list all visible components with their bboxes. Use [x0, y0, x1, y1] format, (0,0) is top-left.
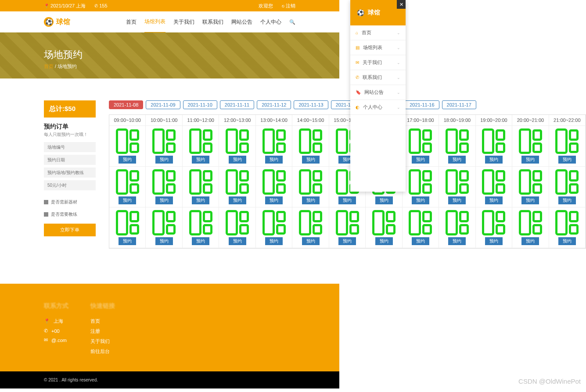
book-button[interactable]: 预约: [448, 237, 466, 245]
checkbox-row[interactable]: 是否需新器材: [44, 199, 96, 205]
book-button[interactable]: 预约: [192, 237, 209, 245]
book-button[interactable]: 预约: [485, 237, 503, 245]
copyright: © 2021 . All rights reserved.: [0, 371, 339, 388]
book-button[interactable]: 预约: [265, 156, 283, 164]
menu-icon: ▤: [356, 45, 360, 50]
book-button[interactable]: 预约: [485, 196, 503, 204]
side-menu-item[interactable]: ✆联系我们⌄: [350, 70, 406, 85]
book-button[interactable]: 预约: [155, 237, 173, 245]
book-button[interactable]: 预约: [155, 156, 173, 164]
date-tab[interactable]: 2021-11-09: [146, 100, 180, 109]
top-bar: 📍 2021/10/27 上海 ✆ 155 欢迎您 ⎋ 注销: [0, 0, 339, 11]
ball-icon: ⚽: [44, 17, 54, 27]
footer: 联系方式 📍上海 ✆+00 ✉@.com 快速链接 首页注册关于我们前往后台: [0, 284, 339, 371]
slot-cell: 预约: [146, 167, 182, 207]
book-button[interactable]: 预约: [412, 196, 429, 204]
order-field[interactable]: [44, 167, 96, 178]
book-button[interactable]: 预约: [155, 196, 173, 204]
side-menu-item[interactable]: ▤场馆列表⌄: [350, 40, 406, 55]
book-button[interactable]: 预约: [338, 237, 356, 245]
logout-icon: ⎋: [282, 4, 284, 8]
book-button[interactable]: 预约: [302, 237, 320, 245]
breadcrumb-home[interactable]: 首页: [44, 64, 54, 69]
date-tab[interactable]: 2021-11-16: [405, 100, 439, 109]
date-tab[interactable]: 2021-11-10: [183, 100, 217, 109]
book-button[interactable]: 预约: [558, 196, 576, 204]
order-field[interactable]: [44, 155, 96, 165]
book-button[interactable]: 预约: [192, 156, 209, 164]
footer-link[interactable]: 关于我们: [90, 338, 110, 345]
date-tab[interactable]: 2021-11-17: [442, 100, 476, 109]
side-menu-item[interactable]: ◐个人中心⌄: [350, 100, 406, 115]
book-button[interactable]: 预约: [448, 196, 466, 204]
book-button[interactable]: 预约: [229, 237, 246, 245]
court-icon: [482, 210, 505, 235]
total-box: 总计:$50: [44, 100, 96, 118]
book-button[interactable]: 预约: [412, 237, 429, 245]
side-menu-item[interactable]: 🔖网站公告⌄: [350, 85, 406, 100]
order-field[interactable]: [44, 180, 96, 190]
checkbox-row[interactable]: 是否需要教练: [44, 211, 96, 217]
logout-link[interactable]: ⎋ 注销: [282, 3, 295, 9]
court-icon: [409, 128, 432, 154]
book-button[interactable]: 预约: [265, 196, 283, 204]
book-button[interactable]: 预约: [119, 196, 136, 204]
slot-cell: 预约: [292, 207, 329, 248]
nav-item[interactable]: 关于我们: [173, 12, 194, 32]
book-button[interactable]: 预约: [412, 156, 429, 164]
date-tab[interactable]: 2021-11-12: [257, 100, 291, 109]
nav-item[interactable]: 场馆列表: [144, 11, 165, 33]
slot-cell: 预约: [256, 207, 292, 248]
site-logo[interactable]: ⚽ 球馆: [44, 17, 70, 27]
book-button[interactable]: 预约: [375, 196, 393, 204]
footer-link[interactable]: 注册: [90, 328, 100, 335]
book-button[interactable]: 预约: [302, 196, 320, 204]
book-button[interactable]: 预约: [119, 237, 136, 245]
order-field[interactable]: [44, 142, 96, 152]
mobile-side-panel: ✕ ⚽ 球馆 ⌂首页⌄▤场馆列表⌄✉关于我们⌄✆联系我们⌄🔖网站公告⌄◐个人中心…: [350, 0, 406, 192]
menu-icon: ◐: [356, 105, 360, 110]
nav-item[interactable]: 联系我们: [202, 12, 223, 32]
date-tab[interactable]: 2021-11-11: [220, 100, 254, 109]
side-menu-item[interactable]: ✉关于我们⌄: [350, 55, 406, 70]
book-button[interactable]: 预约: [229, 196, 246, 204]
book-button[interactable]: 预约: [338, 196, 356, 204]
slot-cell: 预约: [476, 126, 512, 167]
book-button[interactable]: 预约: [192, 196, 209, 204]
book-button[interactable]: 预约: [485, 156, 503, 164]
book-button[interactable]: 预约: [558, 156, 576, 164]
book-button[interactable]: 预约: [229, 156, 246, 164]
court-icon: [555, 169, 579, 195]
footer-link[interactable]: 前往后台: [90, 348, 110, 355]
book-button[interactable]: 预约: [558, 237, 576, 245]
footer-link[interactable]: 首页: [90, 318, 100, 324]
court-icon: [116, 210, 139, 235]
book-button[interactable]: 预约: [119, 156, 136, 164]
slot-cell: 预约: [109, 126, 146, 167]
date-tab[interactable]: 2021-11-08: [109, 100, 143, 109]
court-icon: [446, 128, 469, 154]
menu-icon: 🔖: [356, 90, 361, 95]
close-panel-button[interactable]: ✕: [397, 0, 406, 9]
slot-cell: 预约: [219, 126, 255, 167]
book-button[interactable]: 预约: [448, 156, 466, 164]
book-button[interactable]: 预约: [265, 237, 283, 245]
submit-order-button[interactable]: 立即下单: [44, 224, 96, 236]
time-header-cell: 17:00~18:00: [403, 115, 439, 126]
court-icon: [519, 210, 542, 235]
book-button[interactable]: 预约: [521, 196, 539, 204]
book-button[interactable]: 预约: [521, 156, 539, 164]
search-icon[interactable]: 🔍: [289, 19, 295, 25]
location-info: 📍 2021/10/27 上海: [44, 3, 86, 9]
nav-item[interactable]: 个人中心: [260, 12, 281, 32]
nav-item[interactable]: 网站公告: [231, 12, 252, 32]
court-icon: [152, 169, 176, 195]
slot-cell: 预约: [146, 126, 182, 167]
book-button[interactable]: 预约: [521, 237, 539, 245]
nav-item[interactable]: 首页: [126, 12, 137, 32]
book-button[interactable]: 预约: [302, 156, 320, 164]
book-button[interactable]: 预约: [375, 237, 393, 245]
side-menu-item[interactable]: ⌂首页⌄: [350, 25, 406, 40]
date-tab[interactable]: 2021-11-13: [294, 100, 328, 109]
court-icon: [226, 210, 249, 235]
